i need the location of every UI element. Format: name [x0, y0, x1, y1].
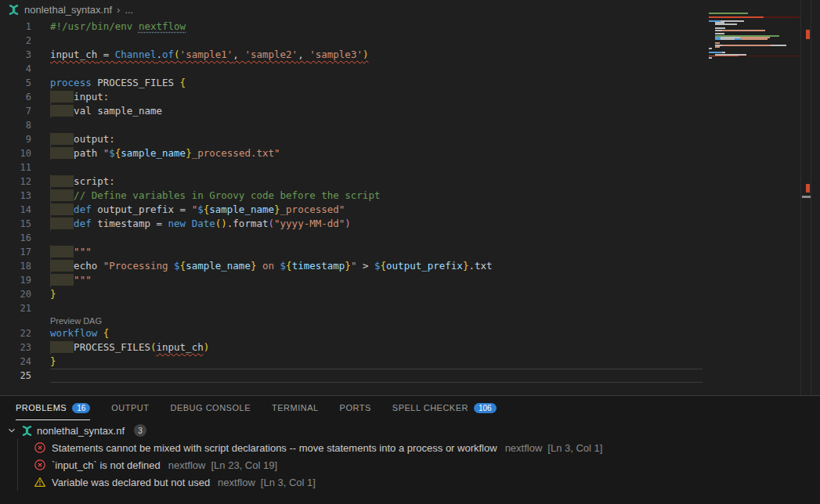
- code-token: PROCESS_FILES: [74, 341, 150, 353]
- breadcrumb-file[interactable]: nonlethal_syntax.nf: [24, 4, 112, 16]
- line-number[interactable]: 25: [0, 369, 31, 383]
- code-line-content[interactable]: script:: [50, 175, 115, 189]
- code-line-20[interactable]: 20}: [0, 287, 800, 301]
- line-number[interactable]: 14: [0, 203, 31, 217]
- minimap-segment: [715, 23, 737, 25]
- code-line-content[interactable]: input_ch = Channel.of('sample1', 'sample…: [50, 48, 368, 62]
- code-line-11[interactable]: 11: [0, 160, 800, 175]
- code-line-18[interactable]: 18 echo "Processing ${sample_name} on ${…: [0, 259, 800, 273]
- line-number[interactable]: 18: [0, 259, 31, 273]
- code-line-content[interactable]: #!/usr/bin/env nextflow: [50, 20, 186, 34]
- code-line-5[interactable]: 5process PROCESS_FILES {: [0, 76, 800, 90]
- minimap[interactable]: [709, 13, 800, 59]
- line-number[interactable]: 17: [0, 245, 31, 259]
- code-token: }: [345, 260, 351, 272]
- code-token: timestamp: [292, 260, 345, 272]
- chevron-down-icon[interactable]: [6, 425, 17, 436]
- code-line-3[interactable]: 3input_ch = Channel.of('sample1', 'sampl…: [0, 48, 800, 62]
- codelens-preview-dag[interactable]: Preview DAG: [0, 315, 800, 326]
- code-line-1[interactable]: 1#!/usr/bin/env nextflow: [0, 20, 800, 34]
- code-line-7[interactable]: 7 val sample_name: [0, 104, 800, 118]
- code-line-23[interactable]: 23 PROCESS_FILES(input_ch): [0, 340, 800, 355]
- problem-row[interactable]: Statements cannot be mixed with script d…: [18, 439, 820, 456]
- line-number[interactable]: 4: [0, 62, 31, 76]
- code-line-content[interactable]: output:: [50, 132, 115, 146]
- line-number[interactable]: 9: [0, 132, 31, 146]
- code-line-8[interactable]: 8: [0, 118, 800, 132]
- line-number[interactable]: 5: [0, 76, 31, 90]
- panel-tab-spell-checker[interactable]: SPELL CHECKER106: [392, 396, 497, 420]
- code-line-14[interactable]: 14 def output_prefix = "${sample_name}_p…: [0, 203, 800, 217]
- code-line-content[interactable]: }: [50, 287, 56, 301]
- problem-row[interactable]: Variable was declared but not usednextfl…: [18, 473, 820, 491]
- minimap-line: [709, 57, 800, 59]
- line-number[interactable]: 12: [0, 175, 31, 189]
- code-line-content[interactable]: def output_prefix = "${sample_name}_proc…: [50, 203, 345, 217]
- code-line-content[interactable]: """: [50, 273, 92, 287]
- line-number[interactable]: 24: [0, 355, 31, 369]
- code-line-25[interactable]: 25: [0, 369, 800, 383]
- code-line-content[interactable]: process PROCESS_FILES {: [50, 76, 186, 90]
- code-line-content[interactable]: }: [50, 355, 56, 369]
- code-line-15[interactable]: 15 def timestamp = new Date().format("yy…: [0, 217, 800, 231]
- line-number[interactable]: 3: [0, 48, 31, 62]
- code-line-2[interactable]: 2: [0, 34, 800, 48]
- code-line-19[interactable]: 19 """: [0, 273, 800, 287]
- code-line-12[interactable]: 12 script:: [0, 175, 800, 189]
- code-line-content[interactable]: input:: [50, 90, 109, 104]
- line-number[interactable]: 22: [0, 326, 31, 340]
- line-number[interactable]: 19: [0, 273, 31, 287]
- code-line-content[interactable]: // Define variables in Groovy code befor…: [50, 189, 380, 203]
- line-number[interactable]: 21: [0, 301, 31, 315]
- code-line-24[interactable]: 24}: [0, 355, 800, 369]
- problem-location: [Ln 23, Col 19]: [211, 459, 277, 471]
- code-line-21[interactable]: 21: [0, 301, 800, 315]
- code-token: 'sample1': [180, 49, 233, 60]
- code-line-content[interactable]: echo "Processing ${sample_name} on ${tim…: [50, 259, 493, 273]
- code-line-9[interactable]: 9 output:: [0, 132, 800, 146]
- code-line-content[interactable]: [50, 369, 703, 383]
- line-number[interactable]: 20: [0, 287, 31, 301]
- code-token: }: [50, 288, 56, 300]
- code-line-content[interactable]: def timestamp = new Date().format("yyyy-…: [50, 217, 351, 231]
- panel-tab-ports[interactable]: PORTS: [340, 396, 371, 420]
- line-number[interactable]: 15: [0, 217, 31, 231]
- problem-row[interactable]: `input_ch` is not definednextflow[Ln 23,…: [18, 456, 820, 473]
- code-line-content[interactable]: path "${sample_name}_processed.txt": [50, 146, 280, 160]
- line-number[interactable]: 1: [0, 20, 31, 34]
- minimap-segment: [709, 13, 748, 14]
- code-line-10[interactable]: 10 path "${sample_name}_processed.txt": [0, 146, 800, 160]
- line-number[interactable]: 10: [0, 146, 31, 160]
- breadcrumb-ellipsis[interactable]: ...: [125, 4, 133, 16]
- code-line-16[interactable]: 16: [0, 231, 800, 245]
- line-number[interactable]: 7: [0, 104, 31, 118]
- code-editor[interactable]: 1#!/usr/bin/env nextflow23input_ch = Cha…: [0, 20, 800, 395]
- code-line-22[interactable]: 22workflow {: [0, 326, 800, 340]
- line-number[interactable]: 11: [0, 160, 31, 175]
- line-number[interactable]: 23: [0, 340, 31, 355]
- code-token: on: [256, 260, 280, 272]
- problems-file-group[interactable]: nonlethal_syntax.nf 3: [0, 422, 820, 439]
- panel-tab-problems[interactable]: PROBLEMS16: [16, 396, 90, 420]
- code-line-content[interactable]: val sample_name: [50, 104, 162, 118]
- line-number[interactable]: 2: [0, 34, 31, 48]
- overview-ruler-scrollbar[interactable]: [800, 0, 811, 395]
- codelens-label[interactable]: Preview DAG: [50, 315, 102, 326]
- code-line-17[interactable]: 17 """: [0, 245, 800, 259]
- line-number[interactable]: 16: [0, 231, 31, 245]
- code-line-4[interactable]: 4: [0, 62, 800, 76]
- line-number[interactable]: 6: [0, 90, 31, 104]
- code-line-6[interactable]: 6 input:: [0, 90, 800, 104]
- code-line-13[interactable]: 13 // Define variables in Groovy code be…: [0, 189, 800, 203]
- code-line-content[interactable]: """: [50, 245, 92, 259]
- code-line-content[interactable]: PROCESS_FILES(input_ch): [50, 340, 209, 355]
- panel-tab-debug-console[interactable]: DEBUG CONSOLE: [171, 396, 251, 420]
- minimap-segment: [709, 16, 764, 18]
- problem-location: [Ln 3, Col 1]: [547, 442, 602, 454]
- line-number[interactable]: 13: [0, 189, 31, 203]
- code-token: .txt: [468, 260, 492, 272]
- panel-tab-output[interactable]: OUTPUT: [111, 396, 149, 420]
- line-number[interactable]: 8: [0, 118, 31, 132]
- panel-tab-terminal[interactable]: TERMINAL: [272, 396, 319, 420]
- code-line-content[interactable]: workflow {: [50, 326, 109, 340]
